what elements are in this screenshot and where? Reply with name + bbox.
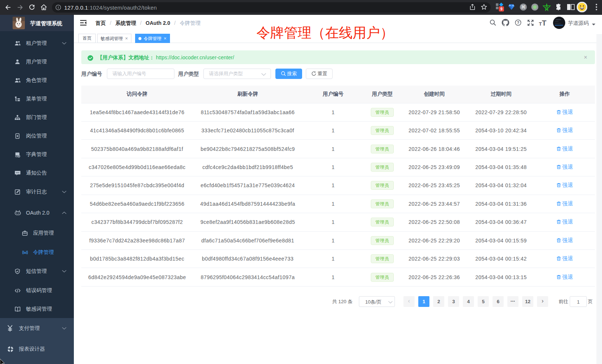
- svg-text:a: a: [24, 251, 26, 254]
- svg-text:?: ?: [517, 20, 519, 25]
- svg-text:9: 9: [500, 7, 503, 11]
- svg-text:⌘: ⌘: [521, 4, 526, 10]
